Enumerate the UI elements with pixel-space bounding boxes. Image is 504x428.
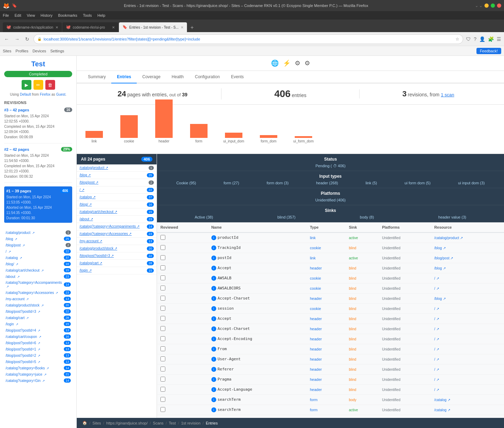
tab-entries[interactable]: 🔖 Entries - 1st revision - Test - S... ✕ bbox=[119, 22, 187, 32]
bookmark-devices[interactable]: Devices bbox=[32, 49, 46, 53]
left-page-item[interactable]: /blog/ ↗ 16 bbox=[77, 201, 157, 208]
menu-history[interactable]: History bbox=[40, 13, 52, 17]
row-checkbox-5[interactable] bbox=[160, 275, 165, 280]
page-item-blog-post-4[interactable]: /blog/post?postId=4 ↗ 13 bbox=[4, 327, 72, 333]
default-link[interactable]: Default bbox=[20, 93, 31, 96]
revision-1[interactable]: #1 – 39 pages 406 Started on Mon, 15 Apr… bbox=[4, 186, 72, 223]
row-checkbox-10[interactable] bbox=[160, 326, 165, 331]
tab-ui-pro[interactable]: 🐙 codename-rkn/ui-pro ✕ bbox=[62, 22, 118, 32]
row-checkbox-11[interactable] bbox=[160, 336, 165, 341]
star-icon[interactable]: ☆ bbox=[456, 37, 459, 42]
page-item-my-account[interactable]: /my-account ↗ 13 bbox=[4, 296, 72, 302]
menu-help[interactable]: Help bbox=[97, 13, 105, 17]
page-item-root[interactable]: / ↗ 22 bbox=[4, 248, 72, 254]
left-page-item[interactable]: /my-account ↗ 13 bbox=[77, 238, 157, 245]
left-page-item[interactable]: /blog/post?postId=3 ↗ 22 bbox=[77, 252, 157, 260]
row-checkbox-3[interactable] bbox=[160, 255, 165, 260]
entry-resource-9[interactable]: / ↗ bbox=[434, 317, 439, 321]
delete-btn[interactable]: 🗑 bbox=[45, 80, 55, 90]
left-page-link[interactable]: /my-account ↗ bbox=[80, 239, 102, 243]
back-btn[interactable]: ← bbox=[3, 35, 10, 43]
left-page-item[interactable]: /catalog/product ↗ 1 bbox=[77, 164, 157, 172]
left-page-link[interactable]: /catalog ↗ bbox=[80, 195, 96, 199]
lightning-icon[interactable]: ⚡ bbox=[283, 59, 291, 67]
row-checkbox-14[interactable] bbox=[160, 367, 165, 371]
entry-resource-4[interactable]: /blog ↗ bbox=[434, 266, 445, 270]
row-checkbox-9[interactable] bbox=[160, 316, 165, 321]
page-item-accessories[interactable]: /catalog?category=Accessories ↗ 23 bbox=[4, 289, 72, 296]
page-item-gin[interactable]: /catalog?category=Gin ↗ 14 bbox=[4, 377, 72, 384]
row-checkbox-16[interactable] bbox=[160, 387, 165, 392]
menu-tools[interactable]: Tools bbox=[83, 13, 92, 17]
tab-close-1[interactable]: ✕ bbox=[55, 25, 58, 29]
tab-close-2[interactable]: ✕ bbox=[112, 25, 115, 29]
page-item-catalog[interactable]: /catalog ↗ 37 bbox=[4, 254, 72, 261]
page-item-books[interactable]: /catalog?category=Books ↗ 14 bbox=[4, 365, 72, 371]
page-item-blog-post-1[interactable]: /blog/post?postId=1 ↗ 13 bbox=[4, 346, 72, 352]
revision-2-link[interactable]: #2 – 42 pages bbox=[4, 147, 29, 152]
entry-resource-11[interactable]: / ↗ bbox=[434, 337, 439, 341]
row-checkbox-8[interactable] bbox=[160, 306, 165, 311]
left-page-link[interactable]: /blog/ ↗ bbox=[80, 202, 92, 207]
left-page-link[interactable]: /catalog/product/stock ↗ bbox=[80, 246, 117, 251]
breadcrumb-sites[interactable]: Sites bbox=[92, 421, 101, 425]
maximize-btn[interactable] bbox=[491, 3, 495, 8]
entry-resource-8[interactable]: / ↗ bbox=[434, 307, 439, 311]
revision-3-link[interactable]: #3 – 42 pages bbox=[4, 108, 29, 112]
left-page-link[interactable]: /blog/post ↗ bbox=[80, 180, 98, 185]
page-item-product-stock[interactable]: /catalog/product/stock ↗ 20 bbox=[4, 302, 72, 308]
left-page-link[interactable]: /catalog/cart/checkout ↗ bbox=[80, 210, 117, 214]
bookmark-profiles[interactable]: Profiles bbox=[15, 49, 28, 53]
entry-resource-18[interactable]: /catalog ↗ bbox=[434, 408, 450, 412]
entry-resource-15[interactable]: / ↗ bbox=[434, 378, 439, 382]
left-page-link[interactable]: / ↗ bbox=[80, 188, 84, 192]
page-item-juice[interactable]: /catalog?category=juice ↗ 21 bbox=[4, 371, 72, 377]
row-checkbox-17[interactable] bbox=[160, 397, 165, 402]
breadcrumb-scans[interactable]: Scans bbox=[153, 421, 164, 425]
left-page-link[interactable]: /catalog/product ↗ bbox=[80, 166, 108, 170]
row-checkbox-1[interactable] bbox=[160, 235, 165, 240]
row-checkbox-2[interactable] bbox=[160, 245, 165, 250]
row-checkbox-4[interactable] bbox=[160, 265, 165, 270]
row-checkbox-13[interactable] bbox=[160, 356, 165, 361]
help-icon[interactable]: ? bbox=[474, 36, 476, 42]
left-page-link[interactable]: /about ↗ bbox=[80, 217, 93, 221]
page-item-blog-post-5[interactable]: /blog/post?postId=5 ↗ 13 bbox=[4, 359, 72, 365]
breadcrumb-home-icon[interactable]: 🏠 bbox=[82, 421, 87, 425]
entry-resource-10[interactable]: / ↗ bbox=[434, 327, 439, 331]
entry-resource-1[interactable]: /catalog/product ↗ bbox=[434, 236, 463, 240]
entry-resource-2[interactable]: /blog ↗ bbox=[434, 246, 445, 250]
scan-link[interactable]: 1 scan bbox=[441, 92, 454, 97]
page-item-blog-post-6[interactable]: /blog/post?postId=6 ↗ 13 bbox=[4, 340, 72, 346]
page-item-blog-post-2[interactable]: /blog/post?postId=2 ↗ 13 bbox=[4, 352, 72, 359]
left-page-item[interactable]: /catalog?category=Accompaniments ↗ 14 bbox=[77, 223, 157, 230]
extensions-icon[interactable]: 🧩 bbox=[488, 36, 494, 42]
url-bar[interactable]: 🔒 localhost:3000/sites/1/scans/1/revisio… bbox=[33, 34, 463, 44]
tab-application[interactable]: 🐙 codename-rkn/application ✕ bbox=[3, 22, 62, 32]
left-page-item[interactable]: /blog/post ↗ 2 bbox=[77, 179, 157, 186]
entry-resource-6[interactable]: / ↗ bbox=[434, 287, 439, 290]
entry-resource-16[interactable]: / ↗ bbox=[434, 388, 439, 392]
globe-icon[interactable]: 🌐 bbox=[271, 59, 279, 67]
left-page-item[interactable]: / ↗ 22 bbox=[77, 186, 157, 194]
entry-resource-12[interactable]: / ↗ bbox=[434, 347, 439, 351]
left-page-item[interactable]: /catalog?category=Accessories ↗ 23 bbox=[77, 230, 157, 238]
close-btn[interactable] bbox=[497, 3, 501, 8]
left-page-item[interactable]: /about ↗ 23 bbox=[77, 216, 157, 223]
left-page-link[interactable]: /blog ↗ bbox=[80, 173, 91, 177]
row-checkbox-15[interactable] bbox=[160, 377, 165, 382]
settings-icon[interactable]: ⚙ bbox=[304, 59, 310, 67]
profile-icon[interactable]: 👤 bbox=[479, 36, 485, 42]
minimize-btn[interactable] bbox=[484, 3, 489, 8]
left-page-item[interactable]: /login ↗ 15 bbox=[77, 267, 157, 274]
entry-resource-5[interactable]: / ↗ bbox=[434, 276, 439, 280]
breadcrumb-revision[interactable]: 1st revision bbox=[181, 421, 201, 425]
page-item-blog[interactable]: /blog ↗ 25 bbox=[4, 236, 72, 242]
page-item-login[interactable]: /login ↗ 15 bbox=[4, 321, 72, 327]
breadcrumb-test[interactable]: Test bbox=[169, 421, 176, 425]
left-page-item[interactable]: /catalog/cart/checkout ↗ 15 bbox=[77, 208, 157, 216]
menu-bookmarks[interactable]: Bookmarks bbox=[58, 13, 77, 17]
menu-view[interactable]: View bbox=[27, 13, 35, 17]
left-page-link[interactable]: /blog/post?postId=3 ↗ bbox=[80, 254, 114, 258]
page-item-blog-post-3[interactable]: /blog/post?postId=3 ↗ 22 bbox=[4, 308, 72, 315]
